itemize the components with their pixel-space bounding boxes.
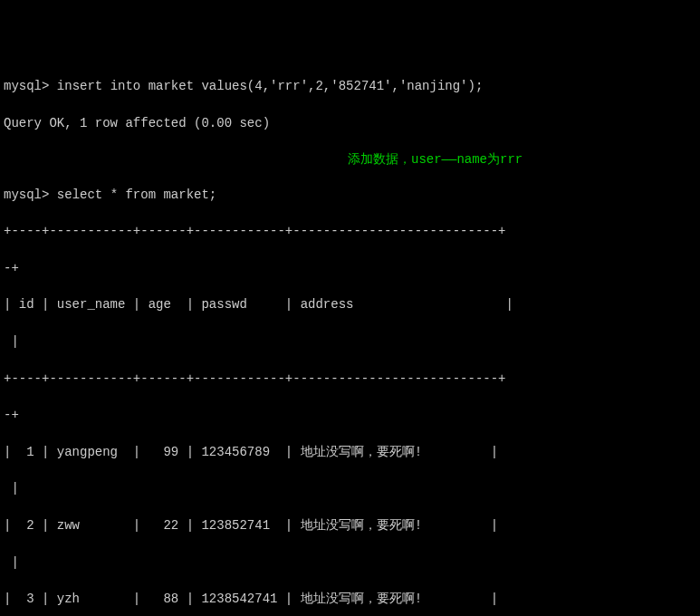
- prompt: mysql>: [4, 188, 49, 202]
- line-insert: mysql> insert into market values(4,'rrr'…: [4, 77, 696, 95]
- border-mid1: +----+-----------+------+------------+--…: [4, 370, 696, 388]
- border-wrap2: -+: [4, 406, 696, 424]
- table-row: | 1 | yangpeng | 99 | 123456789 | 地址没写啊，…: [4, 443, 696, 461]
- line-insert-result: Query OK, 1 row affected (0.00 sec): [4, 114, 696, 132]
- table-row: | 3 | yzh | 88 | 1238542741 | 地址没写啊，要死啊!…: [4, 590, 696, 608]
- blank-pipe2: |: [4, 479, 696, 497]
- prompt: mysql>: [4, 79, 49, 93]
- sql-insert: insert into market values(4,'rrr',2,'852…: [49, 79, 483, 93]
- blank-pipe3: |: [4, 553, 696, 572]
- border-wrap1: -+: [4, 259, 696, 277]
- sql-select: select * from market;: [49, 188, 216, 202]
- line-select1: mysql> select * from market;: [4, 186, 696, 204]
- insert-result: Query OK, 1 row affected (0.00 sec): [4, 116, 270, 130]
- header-row1: | id | user_name | age | passwd | addres…: [4, 295, 696, 313]
- blank-pipe1: |: [4, 332, 696, 351]
- annotation-text: 添加数据，user——name为rrr: [348, 150, 523, 168]
- border-top1: +----+-----------+------+------------+--…: [4, 222, 696, 240]
- table-row: | 2 | zww | 22 | 123852741 | 地址没写啊，要死啊! …: [4, 516, 696, 534]
- line-annotation: 添加数据，user——name为rrr: [4, 150, 696, 167]
